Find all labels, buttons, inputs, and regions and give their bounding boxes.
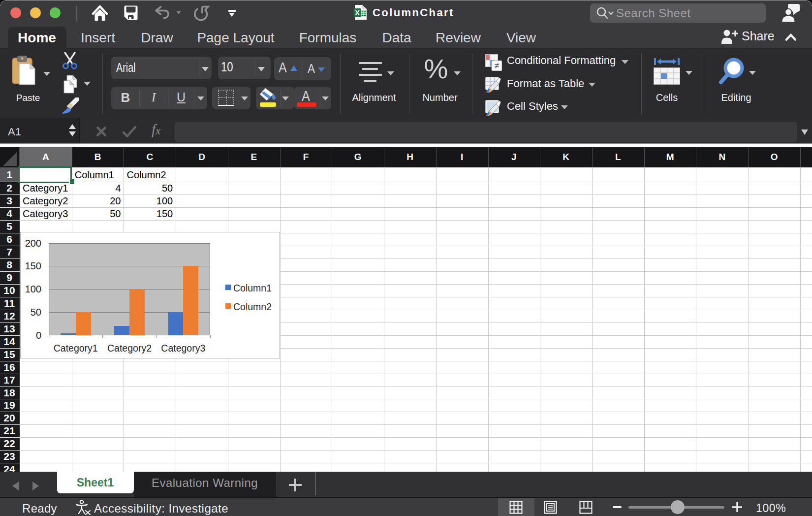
- svg-text:X: X: [355, 9, 360, 17]
- svg-text:≠: ≠: [495, 61, 499, 70]
